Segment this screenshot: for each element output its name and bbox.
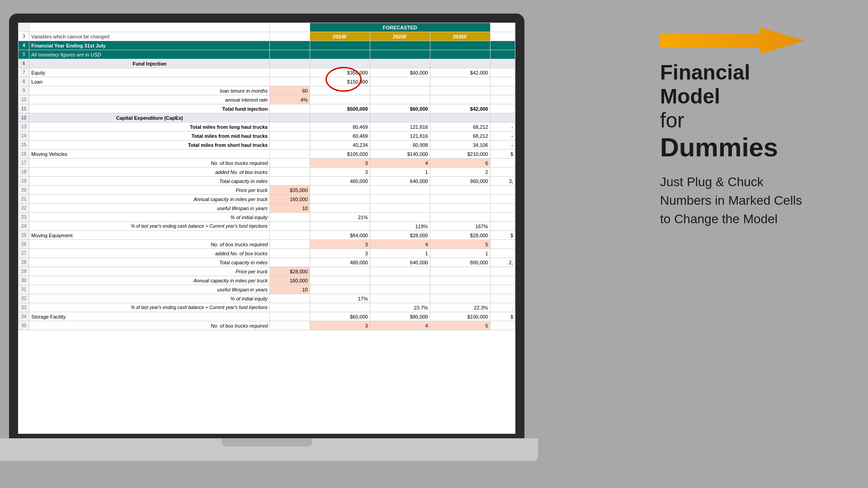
r22-label: useful lifespan in years [29,204,270,213]
empty [270,249,310,258]
spreadsheet: FORECASTED 3 Variables which cannot be c… [18,23,515,434]
table-row: 29 Price per truck $28,000 [19,267,515,276]
mid-haul-label: Total miles from mid haul trucks [29,131,270,141]
table-row: 24 % of last year's ending cash balance … [19,222,515,231]
row-num: 27 [19,249,29,258]
row-num: 15 [19,141,29,150]
empty [430,77,490,86]
empty [270,150,310,159]
empty [370,285,430,294]
empty [270,222,310,231]
empty [270,258,310,267]
r14-f: - [490,131,515,141]
moving-vehicles-label: Moving Vehicles [29,150,270,159]
empty [370,276,430,285]
table-row: 25 Moving Equipment $84,000 $28,000 $28,… [19,231,515,240]
r15-c: 40,234 [310,141,370,150]
empty-f [490,59,515,68]
empty [430,285,490,294]
r27-e: 1 [430,249,490,258]
empty-f [490,113,515,122]
empty [270,177,310,186]
empty [270,68,310,77]
empty-f [490,168,515,177]
r16-c: $105,000 [310,150,370,159]
r35-c[interactable]: 3 [310,321,370,330]
empty [430,113,490,122]
row-num: 8 [19,77,29,86]
r17-c[interactable]: 3 [310,159,370,168]
empty [430,50,490,59]
r31-b[interactable]: 10 [270,285,310,294]
monetary-label: All monetary figures are in USD [29,50,270,59]
empty [370,59,430,68]
empty [270,59,310,68]
r21-b[interactable]: 160,000 [270,195,310,204]
empty-f [490,285,515,294]
r26-d[interactable]: 4 [370,240,430,249]
empty [430,276,490,285]
row-num: 22 [19,204,29,213]
r17-d[interactable]: 4 [370,159,430,168]
empty-f [490,86,515,95]
empty [430,213,490,222]
r30-b[interactable]: 160,000 [270,276,310,285]
r28-c: 480,000 [310,258,370,267]
loan-tenure-value[interactable]: 60 [270,86,310,95]
empty-f [490,68,515,77]
row-num: 26 [19,240,29,249]
empty [430,204,490,213]
row-num: 21 [19,195,29,204]
empty [270,104,310,113]
table-row: 16 Moving Vehicles $105,000 $140,000 $21… [19,150,515,159]
forecasted-header-row: FORECASTED [19,23,515,32]
interest-rate-value[interactable]: 4% [270,95,310,104]
row-num: 30 [19,276,29,285]
table-row: 19 Total capacity in miles 480,000 640,0… [19,177,515,186]
total-2025: $60,000 [370,104,430,113]
r19-e: 960,000 [430,177,490,186]
table-row: 31 useful lifespan in years 10 [19,285,515,294]
empty-f [490,267,515,276]
empty [370,186,430,195]
r18-d: 1 [370,168,430,177]
laptop: FORECASTED 3 Variables which cannot be c… [9,14,533,474]
screen: FORECASTED 3 Variables which cannot be c… [18,23,515,434]
row-num: 35 [19,321,29,330]
total-fund-label: Total fund injection [29,104,270,113]
r26-c[interactable]: 3 [310,240,370,249]
r31-label: useful lifespan in years [29,285,270,294]
empty [310,204,370,213]
r26-e[interactable]: 5 [430,240,490,249]
r35-label: No. of box trucks required [29,321,270,330]
empty [430,186,490,195]
interest-rate-label: annual interest rate [29,95,270,104]
r35-d[interactable]: 4 [370,321,430,330]
fm-line4: Dummies [660,132,778,162]
empty-f [490,41,515,50]
empty-f [490,23,515,32]
row-num: 9 [19,86,29,95]
row-num: 31 [19,285,29,294]
table-row: 34 Storage Facility $60,000 $80,000 $100… [19,312,515,321]
empty [270,312,310,321]
empty [370,95,430,104]
r35-e[interactable]: 5 [430,321,490,330]
empty [370,86,430,95]
r13-c: 80,469 [310,122,370,131]
r17-e[interactable]: 6 [430,159,490,168]
empty [270,41,310,50]
r20-b[interactable]: $35,000 [270,186,310,195]
r22-b[interactable]: 10 [270,204,310,213]
r14-d: 121,816 [370,131,430,141]
equity-2024: $350,000 [310,68,370,77]
empty-f [490,294,515,303]
row-num: 28 [19,258,29,267]
table-row: 20 Price per truck $35,000 [19,186,515,195]
empty [310,41,370,50]
r29-b[interactable]: $28,000 [270,267,310,276]
r13-d: 121,816 [370,122,430,131]
table-row: 30 Annual capacity in miles per truck 16… [19,276,515,285]
empty [310,303,370,312]
empty-f [490,213,515,222]
